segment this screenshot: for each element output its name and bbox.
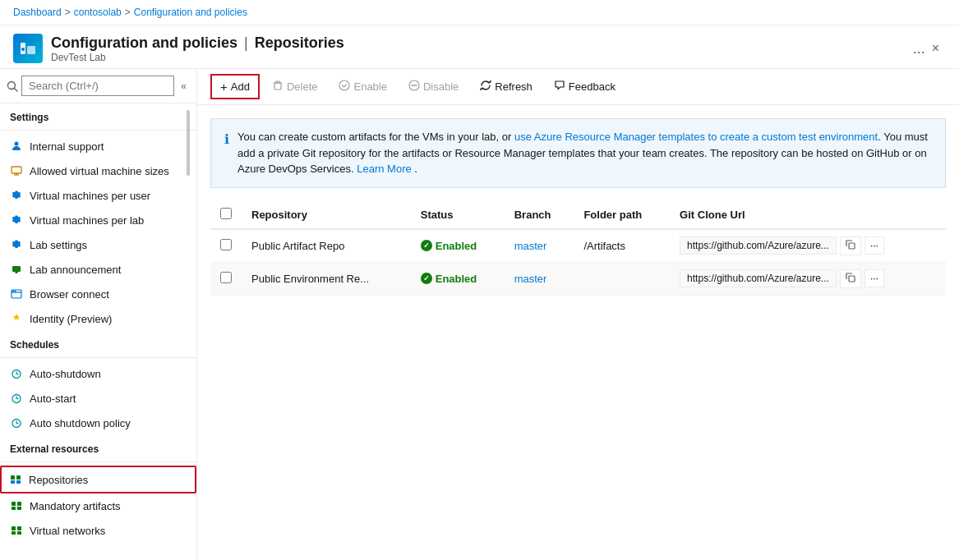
repositories-table: Repository Status Branch Folder path Git… — [210, 201, 946, 296]
search-icon — [7, 80, 18, 92]
sidebar-item-label: Virtual networks — [30, 525, 105, 537]
delete-icon — [272, 80, 284, 94]
status-badge-2: Enabled — [421, 273, 495, 285]
page-title: Configuration and policies — [51, 34, 237, 52]
repo-name-1: Public Artifact Repo — [242, 229, 411, 263]
svg-rect-40 — [849, 276, 855, 282]
sidebar-item-label: Repositories — [29, 474, 88, 486]
delete-button[interactable]: Delete — [263, 75, 327, 99]
sidebar-item-auto-shutdown-policy[interactable]: Auto shutdown policy — [0, 411, 196, 435]
sidebar-collapse-button[interactable]: « — [178, 77, 190, 95]
sidebar-item-label: Virtual machines per lab — [30, 214, 144, 227]
svg-point-12 — [12, 291, 13, 291]
artifact-icon — [10, 499, 23, 512]
screen-icon — [10, 164, 23, 177]
close-button[interactable]: × — [925, 38, 946, 59]
sidebar: « Settings Internal support Allowed virt… — [0, 69, 197, 560]
svg-point-2 — [21, 48, 25, 51]
svg-rect-34 — [17, 531, 21, 535]
sidebar-item-label: Auto shutdown policy — [30, 417, 131, 429]
sidebar-item-virtual-networks[interactable]: Virtual networks — [0, 518, 196, 543]
svg-rect-23 — [11, 475, 15, 480]
folder-path-1: /Artifacts — [574, 229, 670, 263]
sidebar-item-label: Browser connect — [30, 288, 109, 301]
settings-section-title: Settings — [0, 103, 196, 126]
sidebar-item-browser-connect[interactable]: Browser connect — [0, 282, 196, 306]
browser-icon — [10, 287, 23, 301]
status-badge-1: Enabled — [421, 240, 495, 252]
row-more-button-1[interactable]: ··· — [864, 236, 884, 255]
sidebar-item-identity[interactable]: Identity (Preview) — [0, 306, 196, 331]
feedback-button[interactable]: Feedback — [545, 75, 625, 99]
svg-rect-25 — [11, 480, 15, 484]
row-more-button-2[interactable]: ··· — [864, 269, 884, 287]
sidebar-item-internal-support[interactable]: Internal support — [0, 134, 196, 158]
sidebar-search-bar[interactable]: « — [0, 69, 196, 103]
col-status: Status — [411, 201, 505, 229]
info-banner: ℹ You can create custom artifacts for th… — [210, 118, 946, 188]
feedback-icon — [554, 80, 565, 94]
git-url-cell-2: https://github.com/Azure/azure... ··· — [680, 269, 936, 288]
refresh-button[interactable]: Refresh — [471, 75, 542, 99]
sidebar-item-repositories[interactable]: Repositories — [0, 466, 196, 493]
resource-type: DevTest Lab — [51, 52, 906, 63]
breadcrumb-dashboard[interactable]: Dashboard — [13, 7, 62, 18]
row-checkbox-1[interactable] — [220, 239, 232, 250]
disable-button[interactable]: Disable — [399, 75, 468, 99]
sidebar-item-label: Lab settings — [30, 239, 87, 251]
header-more-options[interactable]: ... — [913, 40, 925, 57]
branch-link-2[interactable]: master — [514, 273, 547, 285]
enable-button[interactable]: Enable — [330, 75, 395, 99]
col-folder-path: Folder path — [574, 201, 670, 229]
page-header: Configuration and policies | Repositorie… — [0, 25, 959, 69]
svg-point-13 — [15, 291, 16, 291]
add-button[interactable]: + Add — [210, 74, 260, 99]
info-link-learn-more[interactable]: Learn More — [357, 163, 411, 175]
col-git-url: Git Clone Url — [670, 201, 946, 229]
repo-name-2: Public Environment Re... — [242, 262, 411, 295]
svg-rect-39 — [849, 243, 855, 249]
breadcrumb-lab[interactable]: contosolab — [74, 7, 122, 18]
sidebar-item-lab-settings[interactable]: Lab settings — [0, 232, 196, 257]
svg-rect-27 — [12, 502, 16, 506]
svg-rect-9 — [12, 266, 21, 272]
network-icon — [10, 524, 23, 537]
sidebar-item-vm-per-lab[interactable]: Virtual machines per lab — [0, 208, 196, 232]
refresh-icon — [480, 80, 491, 94]
sidebar-item-vm-sizes[interactable]: Allowed virtual machine sizes — [0, 158, 196, 183]
branch-link-1[interactable]: master — [514, 240, 547, 252]
sidebar-item-label: Allowed virtual machine sizes — [30, 165, 169, 177]
col-repository: Repository — [242, 201, 411, 229]
sidebar-item-label: Auto-start — [30, 392, 76, 405]
clock-icon — [10, 367, 23, 380]
clock-icon — [10, 416, 23, 429]
schedules-section-title: Schedules — [0, 331, 196, 354]
repo-icon — [9, 473, 22, 486]
svg-rect-35 — [274, 83, 281, 90]
copy-url-button-2[interactable] — [840, 269, 861, 288]
info-icon: ℹ — [224, 130, 229, 177]
gear-icon — [10, 189, 23, 202]
sidebar-item-vm-per-user[interactable]: Virtual machines per user — [0, 183, 196, 208]
sidebar-item-auto-start[interactable]: Auto-start — [0, 386, 196, 411]
search-input[interactable] — [21, 76, 174, 96]
copy-url-button-1[interactable] — [840, 236, 861, 255]
svg-rect-31 — [12, 526, 16, 530]
page-subtitle: Repositories — [255, 34, 344, 52]
sidebar-item-label: Virtual machines per user — [30, 190, 150, 202]
info-link-arm[interactable]: use Azure Resource Manager templates to … — [514, 131, 878, 143]
row-checkbox-2[interactable] — [220, 272, 232, 283]
select-all-checkbox[interactable] — [220, 208, 232, 219]
content-area: ℹ You can create custom artifacts for th… — [197, 105, 959, 560]
sidebar-item-auto-shutdown[interactable]: Auto-shutdown — [0, 361, 196, 386]
gear-icon — [10, 238, 23, 251]
breadcrumb-config[interactable]: Configuration and policies — [134, 7, 247, 18]
sidebar-item-mandatory-artifacts[interactable]: Mandatory artifacts — [0, 493, 196, 518]
sidebar-item-label: Identity (Preview) — [30, 313, 112, 325]
svg-rect-28 — [17, 502, 21, 506]
disable-icon — [408, 80, 420, 94]
col-branch: Branch — [505, 201, 574, 229]
svg-rect-30 — [17, 507, 21, 510]
sidebar-item-lab-announcement[interactable]: Lab announcement — [0, 257, 196, 282]
scroll-indicator — [187, 110, 190, 176]
